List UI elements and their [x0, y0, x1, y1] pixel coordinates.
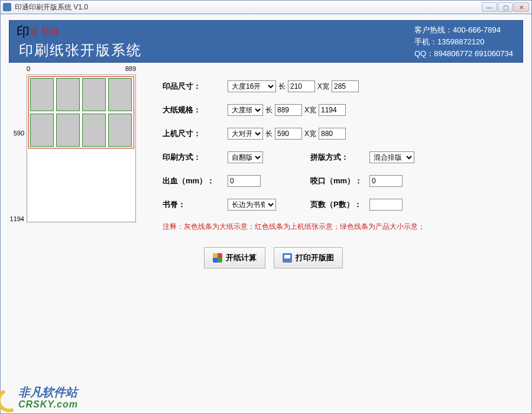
bleed-input[interactable] — [228, 175, 261, 187]
axis-left-mid: 590 — [14, 130, 24, 137]
paper-spec-select[interactable]: 大度纸 — [228, 104, 263, 116]
grip-label: 咬口（mm）： — [310, 176, 369, 186]
machine-size-select[interactable]: 大对开 — [228, 128, 263, 140]
axis-left-bottom: 1194 — [10, 215, 24, 222]
calc-button[interactable]: 开纸计算 — [204, 247, 265, 269]
machine-length-input[interactable] — [275, 128, 302, 140]
spine-select[interactable]: 长边为书脊 — [228, 199, 276, 211]
grip-input[interactable] — [369, 175, 403, 187]
product-cell — [56, 114, 80, 147]
print-mode-label: 印刷方式： — [163, 152, 228, 163]
pages-label: 页数（P数）： — [310, 199, 369, 210]
product-cell — [30, 114, 54, 147]
window-controls: — ▢ ✕ — [482, 2, 529, 12]
wid-label-1: X宽 — [317, 82, 329, 92]
product-width-input[interactable] — [332, 80, 359, 92]
spine-label: 书脊： — [163, 199, 228, 210]
machine-width-input[interactable] — [319, 128, 346, 140]
mobile-label: 手机： — [414, 37, 437, 46]
len-label-2: 长 — [265, 105, 273, 115]
len-label-1: 长 — [278, 82, 286, 92]
product-size-label: 印品尺寸： — [163, 81, 228, 92]
close-button[interactable]: ✕ — [514, 2, 529, 12]
brand: 印通 软件 印刷纸张开版系统 — [9, 21, 149, 62]
paper-spec-label: 大纸规格： — [163, 105, 228, 115]
machine-size-label: 上机尺寸： — [163, 128, 228, 139]
hotline-label: 客户热线： — [414, 25, 453, 34]
logo-text-red: 通 软件 — [30, 27, 60, 37]
wid-label-3: X宽 — [304, 129, 316, 139]
layout-mode-label: 拼版方式： — [310, 152, 369, 163]
print-icon — [283, 253, 292, 263]
print-mode-select[interactable]: 自翻版 — [228, 151, 263, 163]
logo-text-black: 印 — [17, 24, 30, 39]
minimize-button[interactable]: — — [482, 2, 497, 12]
paper-outline — [27, 75, 136, 222]
layout-mode-select[interactable]: 混合排版 — [369, 151, 414, 163]
contact-block: 客户热线：400-666-7894 手机：13598872120 QQ：8948… — [405, 21, 523, 62]
watermark-en: CRSKY.com — [18, 399, 78, 410]
axis-top-right: 889 — [125, 65, 136, 72]
calc-icon — [213, 253, 222, 263]
window-title: 印通印刷开版系统 V1.0 — [15, 2, 482, 12]
print-button-label: 打印开版图 — [296, 253, 334, 263]
qq-label: QQ： — [414, 49, 434, 58]
brand-logo: 印通 软件 — [17, 23, 142, 41]
preview-column: 0 889 590 1194 — [9, 75, 157, 232]
axis-top-left: 0 — [27, 65, 30, 72]
calc-button-label: 开纸计算 — [226, 253, 257, 263]
button-row: 开纸计算 打印开版图 — [204, 247, 523, 269]
header-bar: 印通 软件 印刷纸张开版系统 客户热线：400-666-7894 手机：1359… — [9, 20, 523, 63]
maximize-button[interactable]: ▢ — [498, 2, 513, 12]
len-label-3: 长 — [265, 129, 273, 139]
bleed-label: 出血（mm）： — [163, 176, 228, 186]
print-button[interactable]: 打印开版图 — [274, 247, 343, 269]
mobile-value: 13598872120 — [437, 37, 485, 46]
qq-value: 894806772 691060734 — [434, 49, 513, 58]
content: 0 889 590 1194 — [9, 75, 523, 232]
brand-title: 印刷纸张开版系统 — [19, 41, 142, 60]
legend-note: 注释：灰色线条为大纸示意；红色线条为上机纸张示意；绿色线条为产品大小示意； — [163, 221, 523, 232]
hotline-value: 400-666-7894 — [453, 25, 501, 34]
titlebar: 印通印刷开版系统 V1.0 — ▢ ✕ — [0, 0, 532, 14]
paper-length-input[interactable] — [275, 104, 302, 116]
product-cell — [82, 114, 106, 147]
app-icon — [3, 3, 11, 11]
pages-input[interactable] — [369, 199, 403, 211]
axis-top: 0 889 — [27, 65, 136, 72]
product-cell — [30, 78, 54, 111]
watermark-cn: 非凡软件站 — [18, 386, 77, 399]
product-size-select[interactable]: 大度16开 — [228, 80, 276, 92]
axis-left: 590 1194 — [9, 75, 24, 222]
watermark: 非凡软件站 CRSKY.com — [18, 384, 78, 410]
paper-width-input[interactable] — [319, 104, 346, 116]
product-cell — [56, 78, 80, 111]
product-cell — [108, 114, 132, 147]
product-cell — [82, 78, 106, 111]
product-cell — [108, 78, 132, 111]
preview-box: 0 889 590 1194 — [27, 75, 151, 222]
wid-label-2: X宽 — [304, 105, 316, 115]
form-column: 印品尺寸： 大度16开 长 X宽 大纸规格： 大度纸 长 X宽 上机尺寸： 大对… — [157, 75, 523, 232]
product-length-input[interactable] — [288, 80, 315, 92]
app-window: 印通 软件 印刷纸张开版系统 客户热线：400-666-7894 手机：1359… — [0, 14, 532, 414]
